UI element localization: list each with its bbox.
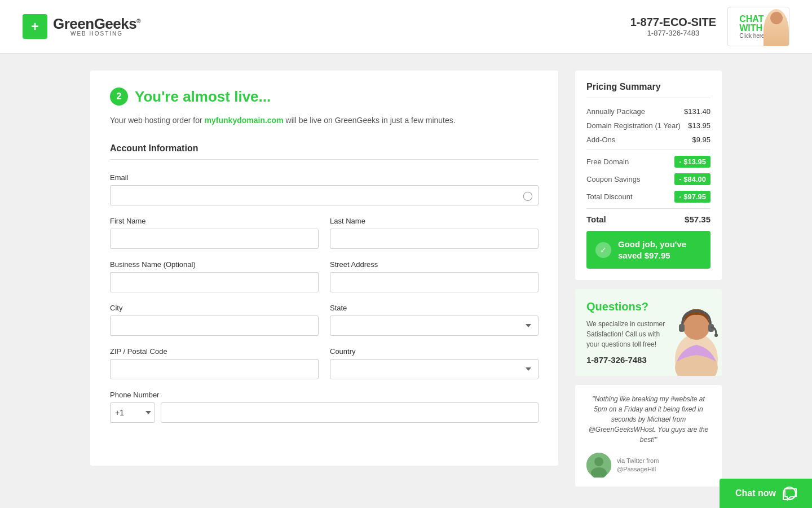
state-label: State [330,304,539,312]
pricing-label-total: Total [586,214,606,224]
chat-with: CHAT [739,15,764,24]
subtitle: Your web hosting order for myfunkydomain… [110,115,539,126]
city-state-row: City State Alabama Alaska California Flo… [110,304,539,336]
pricing-row-coupon: Coupon Savings - $84.00 [586,173,710,185]
step-title: 2 You're almost live... [110,87,539,106]
email-icon: ◯ [523,190,533,201]
pricing-row-total: Total $57.35 [586,208,710,224]
pricing-value-annually: $131.40 [684,107,710,116]
pricing-badge-discount: - $97.95 [674,191,710,203]
email-label: Email [110,173,539,182]
pricing-row-freedomain: Free Domain - $13.95 [586,150,710,168]
zip-label: ZIP / Postal Code [110,347,319,356]
street-group: Street Address [330,260,539,292]
email-group: Email ◯ [110,173,539,205]
firstname-label: First Name [110,217,319,225]
pricing-row-domain: Domain Registration (1 Year) $13.95 [586,121,710,130]
chat-bubble-icon [783,487,796,500]
main-content: 2 You're almost live... Your web hosting… [79,54,733,503]
questions-person-image [671,303,722,376]
business-street-row: Business Name (Optional) Street Address [110,260,539,292]
pricing-value-addons: $9.95 [692,135,710,144]
pricing-summary: Pricing Summary Annually Package $131.40… [575,71,722,280]
form-area: 2 You're almost live... Your web hosting… [90,71,558,466]
zip-field[interactable] [110,359,319,379]
questions-text: We specialize in customer Satisfaction! … [586,319,665,349]
logo-text: GreenGeeks® WEB HOSTING [53,16,140,37]
chat-now-label: Chat now [735,488,776,498]
testimonial-block: "Nothing like breaking my #website at 5p… [575,385,722,487]
sidebar: Pricing Summary Annually Package $131.40… [575,71,722,487]
business-field[interactable] [110,272,319,292]
pricing-label-domain: Domain Registration (1 Year) [586,121,681,130]
business-label: Business Name (Optional) [110,260,319,269]
logo-icon: + [23,14,47,39]
chat-banner[interactable]: CHAT WITH US Click here [727,7,789,46]
firstname-field[interactable] [110,229,319,249]
pricing-label-coupon: Coupon Savings [586,175,640,183]
email-field[interactable] [110,185,539,205]
header: + GreenGeeks® WEB HOSTING 1-877-ECO-SITE… [0,0,812,54]
phone-prefix-select[interactable]: +1 [110,402,155,423]
lastname-field[interactable] [330,229,539,249]
svg-rect-3 [679,324,685,332]
state-group: State Alabama Alaska California Florida … [330,304,539,336]
svg-point-5 [714,334,718,337]
pricing-title: Pricing Summary [586,82,710,98]
country-label: Country [330,347,539,356]
city-group: City [110,304,319,336]
pricing-row-annually: Annually Package $131.40 [586,107,710,116]
pricing-row-addons: Add-Ons $9.95 [586,135,710,144]
chat-now-button[interactable]: Chat now [720,479,812,503]
pricing-label-discount: Total Discount [586,192,633,201]
savings-banner: ✓ Good job, you've saved $97.95 [586,231,710,269]
phone-alt: 1-877-326-7483 [630,29,716,37]
questions-block: Questions? We specialize in customer Sat… [575,289,722,376]
street-field[interactable] [330,272,539,292]
state-select[interactable]: Alabama Alaska California Florida New Yo… [330,316,539,336]
pricing-badge-coupon: - $84.00 [674,173,710,185]
savings-text: Good job, you've saved $97.95 [618,239,701,261]
step-heading: You're almost live... [135,88,271,106]
phone-label: Phone Number [110,391,539,399]
svg-point-7 [594,457,603,466]
lastname-label: Last Name [330,217,539,225]
pricing-label-freedomain: Free Domain [586,157,629,166]
testimonial-source: via Twitter from @PassageHill [617,457,659,474]
pricing-row-discount: Total Discount - $97.95 [586,191,710,203]
phone-main: 1-877-ECO-SITE [630,16,716,29]
country-group: Country United States Canada United King… [330,347,539,379]
zip-group: ZIP / Postal Code [110,347,319,379]
pricing-badge-freedomain: - $13.95 [674,156,710,168]
pricing-label-addons: Add-Ons [586,135,615,144]
street-label: Street Address [330,260,539,269]
phone-block: 1-877-ECO-SITE 1-877-326-7483 [630,16,716,37]
testimonial-quote: "Nothing like breaking my #website at 5p… [586,394,710,445]
business-group: Business Name (Optional) [110,260,319,292]
country-select[interactable]: United States Canada United Kingdom [330,359,539,379]
phone-number-field[interactable] [161,402,539,423]
city-label: City [110,304,319,312]
firstname-group: First Name [110,217,319,249]
domain-link[interactable]: myfunkydomain.com [205,116,284,125]
section-title: Account Information [110,143,539,160]
logo-area: + GreenGeeks® WEB HOSTING [23,14,140,39]
pricing-value-domain: $13.95 [688,121,710,130]
testimonial-footer: via Twitter from @PassageHill [586,453,710,478]
chat-person-image [764,9,789,46]
logo-name: GreenGeeks® [53,16,140,31]
header-right: 1-877-ECO-SITE 1-877-326-7483 CHAT WITH … [630,7,789,46]
click-here: Click here [739,33,764,39]
pricing-label-annually: Annually Package [586,107,645,116]
lastname-group: Last Name [330,217,539,249]
name-row: First Name Last Name [110,217,539,249]
savings-check-icon: ✓ [595,242,611,258]
zip-country-row: ZIP / Postal Code Country United States … [110,347,539,379]
step-circle: 2 [110,87,128,106]
testimonial-avatar [586,453,611,478]
city-field[interactable] [110,316,319,336]
logo-subtitle: WEB HOSTING [53,31,140,37]
phone-group: Phone Number +1 [110,391,539,423]
pricing-value-total: $57.35 [685,214,710,224]
